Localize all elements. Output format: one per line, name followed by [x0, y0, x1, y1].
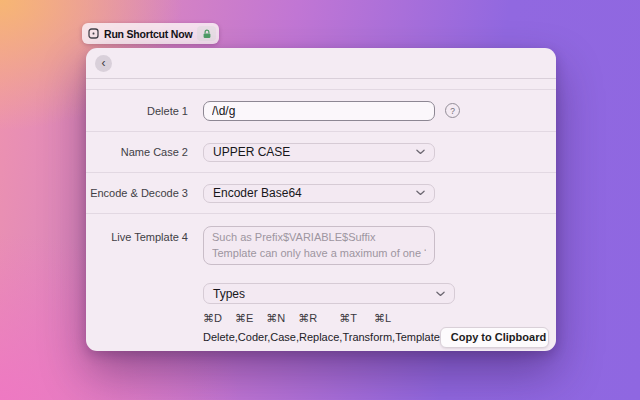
- copy-button-group: Copy to Clipboard >_: [440, 327, 549, 348]
- row-encode-decode: Encode & Decode 3 Encoder Base64: [86, 173, 556, 214]
- row-live-template: Live Template 4 Such as Prefix$VARIABLE$…: [86, 214, 556, 352]
- shortcut-icon: [88, 28, 99, 39]
- delete-regex-input[interactable]: [203, 101, 435, 121]
- row-name-case: Name Case 2 UPPER CASE: [86, 132, 556, 173]
- shortcut-key: ⌘E: [235, 312, 253, 325]
- name-case-select[interactable]: UPPER CASE: [203, 143, 435, 162]
- shortcut-key: ⌘R: [298, 312, 317, 325]
- shortcut-key: ⌘L: [374, 312, 391, 325]
- template-placeholder-line2: Template can only have a maximum of one …: [212, 247, 426, 259]
- shortcut-key: ⌘T: [339, 312, 357, 325]
- name-case-value: UPPER CASE: [213, 145, 290, 159]
- lock-icon: [202, 29, 212, 39]
- chevron-down-icon: [436, 291, 445, 297]
- types-value: Types: [213, 287, 245, 301]
- delete-label: Delete 1: [86, 105, 188, 117]
- back-button[interactable]: ‹: [95, 55, 112, 72]
- chevron-down-icon: [416, 190, 425, 196]
- chevron-down-icon: [416, 149, 425, 155]
- shortcut-key: ⌘D: [203, 312, 222, 325]
- window-header: ‹: [86, 48, 556, 79]
- chevron-left-icon: ‹: [102, 57, 106, 69]
- run-shortcut-button[interactable]: Run Shortcut Now: [82, 23, 219, 44]
- live-template-textarea[interactable]: Such as Prefix$VARIABLE$Suffix Template …: [203, 226, 435, 265]
- types-select[interactable]: Types: [203, 283, 455, 304]
- encode-decode-label: Encode & Decode 3: [86, 187, 188, 199]
- live-template-label: Live Template 4: [86, 226, 188, 243]
- bottom-bar: Delete,Coder,Case,Replace,Transform,Temp…: [203, 327, 549, 347]
- row-delete: Delete 1 ?: [86, 90, 556, 132]
- help-icon[interactable]: ?: [445, 103, 460, 118]
- name-case-label: Name Case 2: [86, 146, 188, 158]
- template-placeholder-line1: Such as Prefix$VARIABLE$Suffix: [212, 231, 426, 243]
- shortcut-key: ⌘N: [266, 312, 285, 325]
- tags-text: Delete,Coder,Case,Replace,Transform,Temp…: [203, 331, 440, 343]
- run-shortcut-label: Run Shortcut Now: [104, 28, 192, 40]
- shortcut-keys-row: ⌘D ⌘E ⌘N ⌘R ⌘T ⌘L: [203, 312, 556, 325]
- shortcut-config-window: ‹ Delete 1 ? Name Case 2 UPPER CASE Enco…: [86, 48, 556, 351]
- header-spacer: [86, 79, 556, 90]
- lock-button[interactable]: [197, 26, 216, 41]
- encoder-select[interactable]: Encoder Base64: [203, 184, 435, 203]
- encoder-value: Encoder Base64: [213, 186, 302, 200]
- copy-to-clipboard-button[interactable]: Copy to Clipboard: [441, 328, 549, 347]
